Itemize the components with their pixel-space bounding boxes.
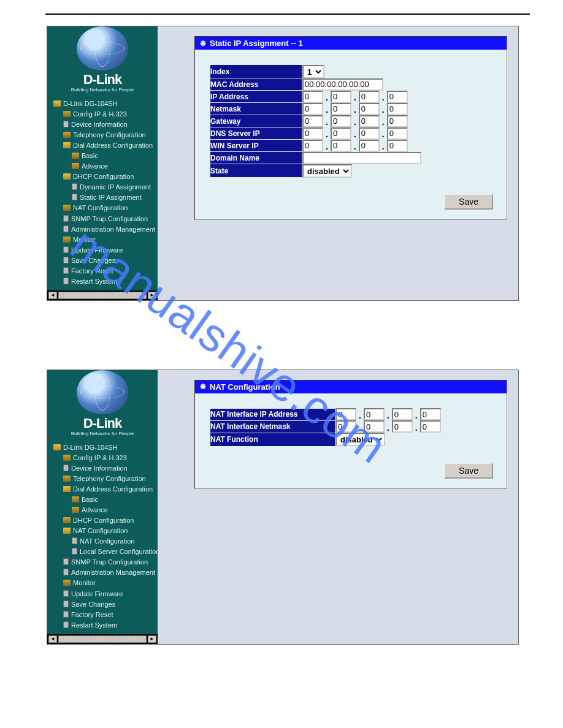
page-icon bbox=[63, 464, 69, 471]
tree-item-label: DHCP Configuration bbox=[73, 517, 134, 524]
nat-fn-select[interactable]: disabled bbox=[335, 433, 385, 446]
octet-input[interactable] bbox=[392, 408, 413, 420]
sidebar: D-Link Building Networks for People D-Li… bbox=[47, 370, 158, 644]
page-icon bbox=[63, 257, 69, 264]
tree-item[interactable]: Telephony Configuration bbox=[51, 130, 156, 140]
octet-input[interactable] bbox=[302, 127, 323, 140]
sidebar-scrollbar[interactable]: ◄ ► bbox=[47, 634, 158, 644]
folder-open-icon bbox=[53, 100, 61, 107]
octet-input[interactable] bbox=[335, 408, 356, 420]
tree-item[interactable]: Telephony Configuration bbox=[51, 474, 156, 484]
nav-tree: D-Link DG-104SH Config IP & H.323Device … bbox=[47, 95, 158, 290]
tree-item[interactable]: Monitor bbox=[51, 235, 156, 245]
label-index: Index bbox=[210, 65, 302, 78]
scroll-left-icon[interactable]: ◄ bbox=[48, 292, 57, 299]
tree-item[interactable]: Config IP & H.323 bbox=[51, 453, 156, 463]
save-button[interactable]: Save bbox=[444, 463, 493, 479]
save-button[interactable]: Save bbox=[444, 194, 493, 210]
dot-separator: . bbox=[413, 423, 420, 433]
octet-input[interactable] bbox=[359, 115, 380, 127]
tree-item[interactable]: Static IP Assignment bbox=[51, 192, 156, 203]
tree-root[interactable]: D-Link DG-104SH bbox=[50, 99, 158, 109]
tree-root[interactable]: D-Link DG-104SH bbox=[50, 442, 158, 453]
tree-item[interactable]: Basic bbox=[51, 495, 156, 505]
tree-item[interactable]: Monitor bbox=[51, 578, 156, 588]
tree-item[interactable]: Basic bbox=[51, 151, 156, 161]
tree-item-label: SNMP Trap Configuration bbox=[71, 215, 148, 222]
octet-input[interactable] bbox=[359, 127, 380, 140]
octet-input[interactable] bbox=[364, 408, 385, 420]
tree-item-label: Basic bbox=[82, 152, 98, 159]
octet-input[interactable] bbox=[392, 420, 413, 433]
tree-item[interactable]: Device Information bbox=[51, 119, 156, 130]
octet-input[interactable] bbox=[331, 127, 351, 140]
tree-item[interactable]: Device Information bbox=[51, 463, 156, 474]
tree-item-label: Dial Address Configuration bbox=[73, 485, 153, 493]
octet-input[interactable] bbox=[302, 103, 323, 115]
scroll-left-icon[interactable]: ◄ bbox=[48, 635, 57, 643]
tree-item[interactable]: Update Firmware bbox=[51, 589, 156, 599]
tree-item[interactable]: Local Server Configuration bbox=[51, 547, 156, 557]
page-icon bbox=[63, 590, 69, 597]
octet-input[interactable] bbox=[420, 420, 441, 433]
scroll-right-icon[interactable]: ► bbox=[148, 635, 156, 643]
dot-separator: . bbox=[356, 423, 364, 433]
octet-input[interactable] bbox=[302, 140, 323, 152]
octet-input[interactable] bbox=[387, 127, 408, 140]
brand-name: D-Link bbox=[83, 73, 121, 86]
tree-item[interactable]: DHCP Configuration bbox=[51, 172, 156, 182]
octet-input[interactable] bbox=[331, 103, 351, 115]
octet-input[interactable] bbox=[302, 91, 323, 103]
scroll-track[interactable] bbox=[58, 635, 147, 643]
tree-item-label: Factory Reset bbox=[71, 267, 113, 275]
octet-input[interactable] bbox=[420, 408, 441, 420]
label-nat-ip: NAT Interface IP Address bbox=[210, 408, 335, 420]
octet-input[interactable] bbox=[331, 115, 351, 127]
octet-input[interactable] bbox=[364, 420, 385, 433]
octet-input[interactable] bbox=[387, 91, 408, 103]
index-select[interactable]: 1 bbox=[302, 65, 324, 78]
octet-input[interactable] bbox=[331, 91, 351, 103]
tree-item[interactable]: Dial Address Configuration bbox=[51, 484, 156, 495]
tree-item[interactable]: Administration Management bbox=[51, 224, 156, 235]
page-icon bbox=[63, 278, 69, 284]
tree-item[interactable]: Dynamic IP Assignment bbox=[51, 182, 156, 192]
octet-input[interactable] bbox=[359, 140, 380, 152]
scroll-right-icon[interactable]: ► bbox=[148, 292, 156, 299]
tree-item[interactable]: NAT Configuration bbox=[51, 536, 156, 547]
tree-item-label: Restart System bbox=[71, 278, 117, 285]
tree-item[interactable]: Save Changes bbox=[51, 599, 156, 610]
tree-item[interactable]: Advance bbox=[51, 505, 156, 515]
tree-item[interactable]: DHCP Configuration bbox=[51, 515, 156, 526]
tree-item[interactable]: Update Firmware bbox=[51, 245, 156, 256]
tree-item[interactable]: SNMP Trap Configuration bbox=[51, 214, 156, 224]
tree-item[interactable]: Administration Management bbox=[51, 567, 156, 578]
tree-item[interactable]: Factory Reset bbox=[51, 610, 156, 620]
sidebar-scrollbar[interactable]: ◄ ► bbox=[47, 290, 158, 300]
folder-closed-icon bbox=[63, 580, 71, 586]
tree-item[interactable]: NAT Configuration bbox=[51, 526, 156, 536]
state-select[interactable]: disabled bbox=[302, 164, 352, 178]
octet-input[interactable] bbox=[302, 115, 323, 127]
octet-input[interactable] bbox=[387, 103, 408, 115]
domain-input[interactable] bbox=[302, 152, 421, 164]
tree-item[interactable]: NAT Configuration bbox=[51, 203, 156, 213]
tree-item[interactable]: Save Changes bbox=[51, 256, 156, 266]
octet-input[interactable] bbox=[387, 140, 408, 152]
tree-item-label: Dial Address Configuration bbox=[73, 142, 153, 149]
scroll-track[interactable] bbox=[58, 292, 147, 299]
octet-input[interactable] bbox=[335, 420, 356, 433]
tree-item[interactable]: Dial Address Configuration bbox=[51, 140, 156, 151]
mac-input[interactable] bbox=[302, 78, 383, 91]
octet-input[interactable] bbox=[359, 103, 380, 115]
tree-item[interactable]: Advance bbox=[51, 161, 156, 172]
tree-item[interactable]: Restart System bbox=[51, 620, 156, 631]
tree-item[interactable]: Factory Reset bbox=[51, 266, 156, 276]
page-icon bbox=[63, 246, 69, 253]
tree-item[interactable]: Config IP & H.323 bbox=[51, 109, 156, 119]
octet-input[interactable] bbox=[359, 91, 380, 103]
tree-item[interactable]: SNMP Trap Configuration bbox=[51, 557, 156, 567]
octet-input[interactable] bbox=[331, 140, 351, 152]
octet-input[interactable] bbox=[387, 115, 408, 127]
tree-item[interactable]: Restart System bbox=[51, 276, 156, 287]
